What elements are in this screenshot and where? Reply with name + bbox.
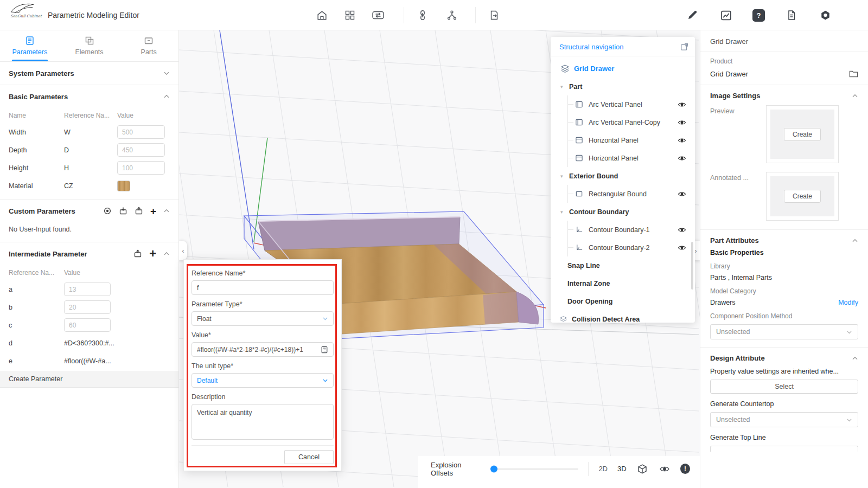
settings-nut-icon[interactable]	[818, 8, 832, 22]
caret-down-icon[interactable]: ▾	[560, 84, 565, 89]
chevron-up-icon[interactable]	[163, 251, 170, 257]
visibility-eye-icon[interactable]	[678, 154, 686, 163]
mode-2d-button[interactable]: 2D	[598, 465, 608, 473]
design-attribute-header[interactable]: Design Attribute	[700, 348, 868, 365]
slider-knob[interactable]	[490, 465, 497, 472]
material-swatch[interactable]	[117, 181, 130, 191]
depth-value-input[interactable]: 450	[117, 143, 165, 157]
intermediate-parameter-header[interactable]: Intermediate Parameter +	[0, 242, 178, 265]
visibility-eye-icon[interactable]	[678, 243, 686, 252]
collapse-left-panel-handle[interactable]: ‹	[179, 241, 187, 260]
mode-3d-button[interactable]: 3D	[617, 465, 627, 473]
tree-item-contour-boundary-2[interactable]: Contour Boundary-2	[568, 239, 695, 256]
tree-item-label: Contour Boundary	[569, 208, 629, 216]
tree-item-arc-vertical-panel[interactable]: Arc Vertical Panel	[568, 95, 695, 113]
chart-image-icon[interactable]	[719, 8, 733, 22]
export-box-icon[interactable]	[133, 249, 142, 258]
width-value-input[interactable]: 500	[117, 125, 165, 139]
chevron-up-icon[interactable]	[852, 237, 858, 244]
edit-pencil-icon[interactable]	[685, 8, 699, 22]
cancel-button[interactable]: Cancel	[284, 450, 334, 464]
add-intermediate-parameter-button[interactable]: +	[149, 248, 156, 260]
param-a-input[interactable]: 13	[64, 282, 111, 296]
chevron-up-icon[interactable]	[163, 93, 170, 100]
tree-item-contour-boundary-1[interactable]: Contour Boundary-1	[568, 221, 695, 239]
tab-parts[interactable]: Parts	[119, 30, 178, 61]
create-parameter-row[interactable]: Create Parameter	[0, 371, 178, 388]
model-home-icon[interactable]	[315, 8, 329, 22]
table-row: Width W 500	[9, 123, 170, 141]
swap-sync-icon[interactable]	[371, 8, 385, 22]
system-parameters-header[interactable]: System Parameters	[0, 62, 178, 85]
part-attributes-header[interactable]: Part Attributes	[700, 230, 868, 248]
description-textarea[interactable]: Vertical air quantity	[192, 404, 334, 440]
tab-parameters[interactable]: Parameters	[0, 30, 60, 61]
intermediate-table-header: Reference Na... Value	[9, 265, 170, 280]
grid-modules-icon[interactable]	[343, 8, 357, 22]
help-icon[interactable]: ?	[752, 9, 765, 22]
unit-type-select[interactable]: Default	[192, 373, 334, 388]
param-c-input[interactable]: 60	[64, 318, 111, 332]
create-annotated-button[interactable]: Create	[784, 190, 821, 203]
modify-link[interactable]: Modify	[838, 299, 858, 306]
tree-section-door-opening[interactable]: Door Opening	[551, 292, 695, 310]
caret-down-icon[interactable]: ▾	[560, 174, 565, 179]
cube-view-icon[interactable]	[636, 463, 649, 476]
tree-item-grid-drawer[interactable]: Grid Drawer	[551, 60, 695, 78]
visibility-eye-icon[interactable]	[678, 190, 686, 198]
structural-navigation-title[interactable]: Structural navigation	[559, 43, 624, 51]
chevron-up-icon[interactable]	[852, 93, 858, 99]
chevron-up-icon[interactable]	[852, 355, 858, 362]
tree-section-snap-line[interactable]: Snap Line	[551, 256, 695, 274]
tree-section-collision-detect-area[interactable]: Collision Detect Area	[551, 310, 695, 323]
tree-item-arc-vertical-panel-copy[interactable]: Arc Vertical Panel-Copy	[568, 113, 695, 131]
scrollbar-thumb[interactable]	[691, 242, 693, 290]
visibility-eye-icon[interactable]	[678, 136, 686, 145]
link-icon[interactable]	[416, 8, 430, 22]
tree-group-contour-boundary[interactable]: ▾ Contour Boundary	[551, 203, 695, 221]
create-preview-button[interactable]: Create	[784, 128, 821, 141]
parameter-type-select[interactable]: Float	[192, 311, 334, 326]
target-icon[interactable]	[103, 207, 112, 215]
visibility-eye-icon[interactable]	[658, 463, 671, 476]
branch-nodes-icon[interactable]	[445, 8, 459, 22]
tree-item-horizontal-panel[interactable]: Horizontal Panel	[568, 149, 695, 167]
tab-elements[interactable]: Elements	[60, 30, 119, 61]
height-value-input[interactable]: 100	[117, 161, 165, 175]
custom-parameters-title: Custom Parameters	[9, 207, 75, 215]
explosion-offset-slider[interactable]	[492, 468, 578, 470]
caret-down-icon[interactable]: ▾	[560, 209, 565, 215]
calculator-icon[interactable]	[321, 346, 328, 354]
tree-section-internal-zone[interactable]: Internal Zone	[551, 274, 695, 292]
tree-item-label: Grid Drawer	[574, 65, 614, 73]
document-page-icon[interactable]	[784, 8, 799, 22]
export-box-icon[interactable]	[135, 207, 143, 215]
chevron-down-icon	[846, 329, 852, 335]
add-custom-parameter-button[interactable]: +	[150, 206, 156, 216]
tree-item-rectangular-bound[interactable]: Rectangular Bound	[568, 185, 695, 203]
chevron-up-icon[interactable]	[163, 208, 170, 214]
param-b-input[interactable]: 20	[64, 300, 111, 314]
value-input[interactable]: #floor((#W-#a*2-18*2-#c)/(#c+18))+1	[192, 342, 334, 357]
tree-group-exterior-bound[interactable]: ▾ Exterior Bound	[551, 167, 695, 185]
visibility-eye-icon[interactable]	[678, 118, 686, 127]
import-box-icon[interactable]	[119, 207, 127, 215]
expand-panel-icon[interactable]	[680, 43, 688, 51]
image-settings-header[interactable]: Image Settings	[700, 85, 868, 103]
visibility-eye-icon[interactable]	[678, 226, 686, 234]
document-export-icon[interactable]	[487, 8, 501, 22]
select-button[interactable]: Select	[710, 380, 858, 394]
generate-countertop-dropdown[interactable]: Unselected	[710, 412, 858, 427]
tree-group-part[interactable]: ▾ Part	[551, 78, 695, 95]
reference-name-input[interactable]: f	[192, 280, 334, 295]
generate-top-line-dropdown[interactable]	[710, 446, 858, 452]
component-position-method-dropdown[interactable]: Unselected	[710, 324, 858, 339]
warning-icon[interactable]: !	[680, 464, 690, 474]
app-logo[interactable]: SeaGull Cabinet	[10, 3, 42, 18]
basic-parameters-header[interactable]: Basic Parameters	[0, 85, 178, 108]
chevron-down-icon[interactable]	[163, 70, 170, 76]
visibility-eye-icon[interactable]	[678, 100, 686, 109]
tree-item-horizontal-panel[interactable]: Horizontal Panel	[568, 131, 695, 149]
custom-parameters-header[interactable]: Custom Parameters +	[0, 200, 178, 222]
folder-icon[interactable]	[849, 70, 858, 78]
